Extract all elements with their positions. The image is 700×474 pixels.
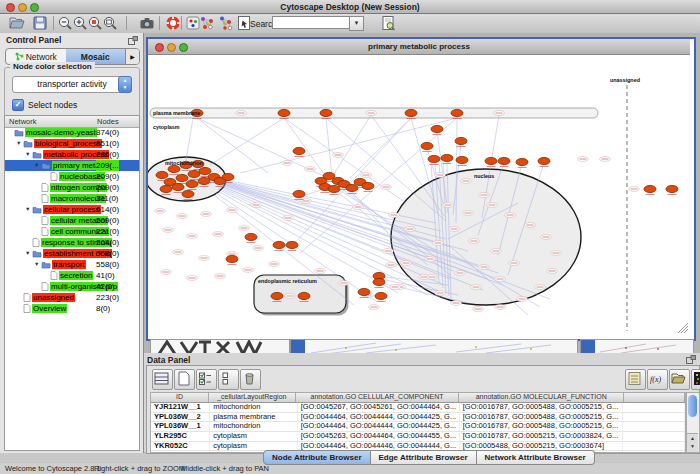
matrix-view-button[interactable] xyxy=(691,369,700,390)
expand-arrow-icon[interactable]: ▼ xyxy=(25,204,32,215)
float-panel-icon[interactable] xyxy=(128,36,138,45)
expand-arrow-icon[interactable]: ▼ xyxy=(25,248,32,259)
zoom-selected-icon[interactable] xyxy=(87,15,103,31)
network-node[interactable] xyxy=(456,156,468,163)
table-row[interactable]: YPL036W__2plasma membrane[GO:0044464, GO… xyxy=(151,413,685,423)
unselect-attributes-button[interactable] xyxy=(218,369,239,390)
zoom-fit-icon[interactable] xyxy=(102,15,118,31)
network-node[interactable] xyxy=(516,158,528,165)
search-dropdown-arrow[interactable]: ▼ xyxy=(349,16,364,31)
scrollbar-arrows[interactable]: ▲▼ xyxy=(687,433,698,452)
save-session-icon[interactable] xyxy=(32,15,48,31)
network-node[interactable] xyxy=(273,241,285,248)
network-view-frame[interactable]: primary metabolic process plasma membran… xyxy=(146,37,696,341)
expand-arrow-icon[interactable]: ▼ xyxy=(34,259,41,270)
network-node[interactable] xyxy=(405,109,417,116)
tab-edge-attribute-browser[interactable]: Edge Attribute Browser xyxy=(371,450,477,465)
select-nodes-checkbox[interactable]: ✓ xyxy=(12,99,24,111)
network-node[interactable] xyxy=(538,157,550,164)
tree-row-mosaic-demo-yeast[interactable]: mosaic-demo-yeast874(0) xyxy=(5,127,139,138)
attribute-editor-button[interactable] xyxy=(625,369,646,390)
tree-row-cellular-process[interactable]: ▼cellular process614(0) xyxy=(5,204,139,215)
tree-row-nucleobase-[interactable]: nucleobase-209(0) xyxy=(5,171,139,182)
float-data-panel-icon[interactable] xyxy=(686,355,696,364)
network-node[interactable] xyxy=(271,292,283,299)
network-node[interactable] xyxy=(373,278,385,285)
tree-row-establishment-of-lo[interactable]: ▼establishment of lo558(0) xyxy=(5,248,139,259)
tree-row-overview[interactable]: Overview8(0) xyxy=(5,303,139,314)
tree-row-transport[interactable]: ▼transport558(0) xyxy=(5,259,139,270)
column-header[interactable]: annotation.GO CELLULAR_COMPONENT xyxy=(296,393,460,402)
layout-network-2-icon[interactable] xyxy=(218,15,234,31)
tab-node-attribute-browser[interactable]: Node Attribute Browser xyxy=(263,450,371,465)
table-vertical-scrollbar[interactable]: ▲▼ xyxy=(686,392,700,453)
search-input[interactable] xyxy=(272,16,350,29)
network-node[interactable] xyxy=(666,185,678,192)
column-header-empty[interactable] xyxy=(624,393,685,402)
network-canvas[interactable]: plasma membranecytoplasmmitochondrionnuc… xyxy=(148,55,690,335)
network-node[interactable] xyxy=(226,255,238,262)
network-node[interactable] xyxy=(346,184,358,191)
network-node[interactable] xyxy=(431,125,443,132)
open-file-icon[interactable] xyxy=(9,15,25,31)
delete-attribute-button[interactable] xyxy=(240,369,261,390)
help-lifering-icon[interactable] xyxy=(165,15,181,31)
network-node[interactable] xyxy=(362,182,374,189)
network-node[interactable] xyxy=(644,185,656,192)
network-node[interactable] xyxy=(222,173,234,180)
scrollbar-thumb[interactable] xyxy=(688,395,697,417)
column-header[interactable]: ID xyxy=(151,393,209,402)
network-node[interactable] xyxy=(428,155,440,162)
import-attributes-button[interactable] xyxy=(669,369,690,390)
new-attribute-button[interactable] xyxy=(174,369,195,390)
tree-row-response-to-stimulu[interactable]: response to stimulu264(0) xyxy=(5,237,139,248)
network-node[interactable] xyxy=(172,183,184,190)
table-row[interactable]: YJR121W__1mitochondrion[GO:0045267, GO:0… xyxy=(151,403,685,413)
network-node[interactable] xyxy=(156,171,168,178)
network-node[interactable] xyxy=(441,154,453,161)
network-graph[interactable]: plasma membranecytoplasmmitochondrionnuc… xyxy=(148,55,690,335)
network-node[interactable] xyxy=(485,157,497,164)
table-row[interactable]: YPL036W__1mitochondrion[GO:0044464, GO:0… xyxy=(151,422,685,432)
tree-row-cell-communicat[interactable]: cell communicat221(0) xyxy=(5,226,139,237)
tab-network-attribute-browser[interactable]: Network Attribute Browser xyxy=(477,450,595,465)
network-node[interactable] xyxy=(160,185,172,192)
network-node[interactable] xyxy=(199,167,211,174)
tree-row-metabolic-process[interactable]: ▼metabolic process280(0) xyxy=(5,149,139,160)
network-node[interactable] xyxy=(188,170,200,177)
network-node[interactable] xyxy=(293,190,305,197)
expand-arrow-icon[interactable]: ▼ xyxy=(25,149,32,160)
network-node[interactable] xyxy=(375,292,387,299)
network-node[interactable] xyxy=(293,147,305,154)
network-node[interactable] xyxy=(182,190,194,197)
expand-arrow-icon[interactable]: ▼ xyxy=(16,138,23,149)
network-node[interactable] xyxy=(186,180,198,187)
tree-row-primary-metabo[interactable]: ▼primary metabo209(... xyxy=(5,160,139,171)
network-node[interactable] xyxy=(245,233,257,240)
attribute-table[interactable]: ID_cellularLayoutRegionannotation.GO CEL… xyxy=(150,392,686,453)
network-node[interactable] xyxy=(358,288,370,295)
network-node[interactable] xyxy=(498,157,510,164)
zoom-in-icon[interactable] xyxy=(72,15,88,31)
tree-row-biological-process[interactable]: ▼biological_process651(0) xyxy=(5,138,139,149)
snapshot-camera-icon[interactable] xyxy=(139,15,155,31)
network-node[interactable] xyxy=(168,165,180,172)
node-color-dropdown[interactable]: transporter activity xyxy=(12,76,132,93)
dropdown-stepper-icon[interactable]: ▲▼ xyxy=(118,76,132,93)
network-node[interactable] xyxy=(421,142,433,149)
tree-row-unassigned[interactable]: unassigned223(0) xyxy=(5,292,139,303)
window-titlebar[interactable]: Cytoscape Desktop (New Session) xyxy=(0,0,700,14)
table-row[interactable]: YLR295Ccytoplasm[GO:0045263, GO:0044464,… xyxy=(151,432,685,442)
tab-overflow-arrow[interactable]: ▶ xyxy=(125,49,139,64)
column-header[interactable]: _cellularLayoutRegion xyxy=(209,393,296,402)
zoom-out-icon[interactable] xyxy=(57,15,73,31)
network-node[interactable] xyxy=(328,185,340,192)
tree-row-nitrogen-compo[interactable]: nitrogen compo209(0) xyxy=(5,182,139,193)
attribute-table-header[interactable]: ID_cellularLayoutRegionannotation.GO CEL… xyxy=(151,393,685,403)
network-node[interactable] xyxy=(320,109,332,116)
network-node[interactable] xyxy=(298,292,310,299)
function-builder-button[interactable]: f(x) xyxy=(647,369,668,390)
layout-network-1-icon[interactable] xyxy=(199,15,215,31)
network-node[interactable] xyxy=(286,241,298,248)
select-attributes-button[interactable] xyxy=(196,369,217,390)
